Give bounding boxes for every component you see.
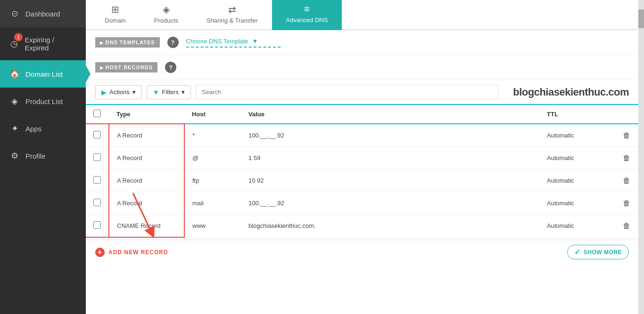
record-value: 1 59	[241, 147, 539, 169]
host-records-section: HOST RECORDS ?	[86, 55, 638, 80]
dropdown-arrow-icon: ▼	[252, 38, 258, 45]
record-ttl: Automatic	[539, 147, 615, 169]
dns-template-dropdown[interactable]: Choose DNS Template ▼	[186, 38, 281, 48]
row-checkbox[interactable]	[93, 221, 101, 229]
row-checkbox-cell	[86, 124, 109, 147]
sharing-tab-icon: ⇄	[228, 4, 236, 15]
tab-advanced-dns[interactable]: ≡ Advanced DNS	[272, 0, 342, 30]
delete-icon[interactable]: 🗑	[623, 131, 630, 139]
dns-template-placeholder: Choose DNS Template	[186, 38, 248, 45]
delete-cell: 🗑	[615, 124, 638, 147]
actions-button[interactable]: ▶ Actions ▾	[95, 85, 142, 99]
dns-templates-section: DNS TEMPLATES ? Choose DNS Template ▼	[86, 30, 638, 55]
add-record-label: ADD NEW RECORD	[108, 249, 168, 256]
tab-products-label: Products	[154, 17, 178, 24]
delete-icon[interactable]: 🗑	[623, 222, 630, 230]
tab-sharing-label: Sharing & Transfer	[206, 17, 257, 24]
table-row: CNAME Record www blogchiasekienthuc.com.…	[86, 215, 638, 238]
profile-icon: ⚙	[9, 151, 20, 161]
record-ttl: Automatic	[539, 192, 615, 215]
apps-icon: ✦	[9, 123, 20, 134]
record-ttl: Automatic	[539, 215, 615, 238]
row-checkbox[interactable]	[93, 131, 101, 138]
table-row: A Record ftp 10 92 Automatic 🗑	[86, 169, 638, 192]
sidebar-item-label: Domain List	[25, 70, 63, 78]
delete-cell: 🗑	[615, 169, 638, 192]
sidebar-item-domain-list[interactable]: 🏠 Domain List	[0, 60, 86, 88]
actions-chevron-icon: ▾	[132, 89, 136, 96]
record-host: mail	[184, 192, 241, 215]
table-row: A Record mail 100.__.__.92 Automatic 🗑	[86, 192, 638, 215]
show-more-label: SHOW MORE	[584, 249, 622, 256]
watermark-text: blogchiasekienthuc.com	[513, 86, 629, 98]
tab-bar: ⊞ Domain ◈ Products ⇄ Sharing & Transfer…	[86, 0, 638, 30]
record-type: A Record	[109, 124, 184, 147]
domain-tab-icon: ⊞	[111, 4, 119, 15]
dns-templates-label[interactable]: DNS TEMPLATES	[95, 37, 160, 48]
domain-list-icon: 🏠	[9, 69, 20, 79]
sidebar-item-label: Profile	[25, 152, 46, 160]
row-checkbox[interactable]	[93, 199, 101, 206]
dns-toolbar: ▶ Actions ▾ ▼ Filters ▾ blogchiasekienth…	[86, 80, 638, 105]
record-ttl: Automatic	[539, 124, 615, 147]
header-ttl: TTL	[539, 105, 615, 124]
filters-button[interactable]: ▼ Filters ▾	[147, 85, 191, 99]
row-checkbox[interactable]	[93, 176, 101, 184]
right-scrollbar[interactable]	[638, 0, 644, 314]
record-value: 10 92	[241, 169, 539, 192]
sidebar-item-expiring[interactable]: ◷ 1 Expiring / Expired	[0, 27, 86, 60]
header-checkbox-col	[86, 105, 109, 124]
record-value: blogchiasekienthuc.com.	[241, 215, 539, 238]
host-records-help[interactable]: ?	[165, 62, 176, 73]
show-more-button[interactable]: ✓ SHOW MORE	[567, 245, 629, 259]
record-ttl: Automatic	[539, 169, 615, 192]
table-row: A Record * 100.__.__.92 Automatic 🗑	[86, 124, 638, 147]
scrollbar-thumb[interactable]	[638, 9, 644, 28]
host-records-label[interactable]: HOST RECORDS	[95, 62, 157, 72]
sidebar-item-label: Dashboard	[25, 10, 60, 18]
sidebar-item-dashboard[interactable]: ⊙ Dashboard	[0, 0, 86, 27]
delete-icon[interactable]: 🗑	[623, 199, 630, 207]
dns-templates-help[interactable]: ?	[167, 37, 179, 48]
add-record-bar: + ADD NEW RECORD ✓ SHOW MORE	[86, 240, 638, 264]
tab-domain[interactable]: ⊞ Domain	[91, 0, 140, 30]
delete-cell: 🗑	[615, 192, 638, 215]
filters-label: Filters	[162, 89, 179, 96]
record-value: 100.__.__.92	[241, 192, 539, 215]
add-new-record-button[interactable]: + ADD NEW RECORD	[95, 248, 168, 257]
products-tab-icon: ◈	[163, 4, 170, 15]
tab-sharing[interactable]: ⇄ Sharing & Transfer	[192, 0, 272, 30]
sidebar-item-profile[interactable]: ⚙ Profile	[0, 142, 86, 169]
sidebar-item-product-list[interactable]: ◈ Product List	[0, 88, 86, 115]
row-checkbox-cell	[86, 215, 109, 238]
sidebar-item-label: Apps	[25, 125, 41, 133]
content-area: DNS TEMPLATES ? Choose DNS Template ▼ HO…	[86, 30, 638, 314]
sidebar-item-label: Expiring / Expired	[25, 36, 77, 52]
tab-advanced-dns-label: Advanced DNS	[286, 16, 328, 24]
dns-records-table: Type Host Value TTL A Record * 100.__.__…	[86, 105, 638, 238]
actions-play-icon: ▶	[101, 89, 107, 96]
record-value: 100.__.__.92	[241, 124, 539, 147]
sidebar-item-label: Product List	[25, 97, 63, 105]
dashboard-icon: ⊙	[9, 8, 20, 19]
expiring-badge: 1	[14, 33, 23, 41]
header-value: Value	[241, 105, 539, 124]
record-host: ftp	[184, 169, 241, 192]
row-checkbox-cell	[86, 147, 109, 169]
delete-icon[interactable]: 🗑	[623, 154, 630, 162]
delete-icon[interactable]: 🗑	[623, 177, 630, 185]
record-type: A Record	[109, 169, 184, 192]
row-checkbox[interactable]	[93, 153, 101, 161]
tab-products[interactable]: ◈ Products	[140, 0, 192, 30]
record-type: CNAME Record	[109, 215, 184, 238]
search-input[interactable]	[196, 85, 499, 99]
sidebar-item-apps[interactable]: ✦ Apps	[0, 115, 86, 142]
select-all-checkbox[interactable]	[93, 110, 101, 117]
record-type: A Record	[109, 192, 184, 215]
header-type: Type	[109, 105, 184, 124]
main-content: ⊞ Domain ◈ Products ⇄ Sharing & Transfer…	[86, 0, 638, 314]
advanced-dns-tab-icon: ≡	[304, 4, 310, 15]
record-host: *	[184, 124, 241, 147]
delete-cell: 🗑	[615, 147, 638, 169]
record-host: @	[184, 147, 241, 169]
